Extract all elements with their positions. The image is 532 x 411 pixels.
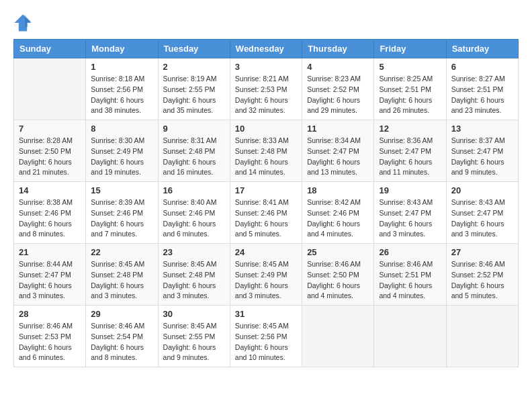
calendar-cell: 17Sunrise: 8:41 AMSunset: 2:46 PMDayligh… <box>230 182 302 244</box>
calendar-cell: 26Sunrise: 8:46 AMSunset: 2:51 PMDayligh… <box>374 244 446 306</box>
calendar-cell: 5Sunrise: 8:25 AMSunset: 2:51 PMDaylight… <box>374 58 446 120</box>
calendar-cell: 19Sunrise: 8:43 AMSunset: 2:47 PMDayligh… <box>374 182 446 244</box>
day-info: Sunrise: 8:45 AMSunset: 2:55 PMDaylight:… <box>163 321 225 363</box>
day-number: 13 <box>451 124 513 134</box>
calendar-cell: 7Sunrise: 8:28 AMSunset: 2:50 PMDaylight… <box>14 120 86 182</box>
week-row-1: 1Sunrise: 8:18 AMSunset: 2:56 PMDaylight… <box>14 58 519 120</box>
day-info: Sunrise: 8:46 AMSunset: 2:51 PMDaylight:… <box>379 259 441 302</box>
svg-marker-0 <box>15 15 32 32</box>
day-info: Sunrise: 8:27 AMSunset: 2:51 PMDaylight:… <box>451 74 513 116</box>
day-info: Sunrise: 8:33 AMSunset: 2:48 PMDaylight:… <box>235 136 297 178</box>
day-number: 25 <box>307 247 369 257</box>
day-number: 28 <box>19 309 81 319</box>
page-header <box>13 13 519 32</box>
calendar-cell: 11Sunrise: 8:34 AMSunset: 2:47 PMDayligh… <box>302 120 374 182</box>
calendar-cell: 8Sunrise: 8:30 AMSunset: 2:49 PMDaylight… <box>86 120 158 182</box>
calendar-cell <box>302 306 374 367</box>
logo <box>13 13 35 32</box>
calendar-cell: 23Sunrise: 8:45 AMSunset: 2:48 PMDayligh… <box>158 244 230 306</box>
calendar-cell: 21Sunrise: 8:44 AMSunset: 2:47 PMDayligh… <box>14 244 86 306</box>
day-header-sunday: Sunday <box>14 40 86 58</box>
day-info: Sunrise: 8:23 AMSunset: 2:52 PMDaylight:… <box>307 74 369 116</box>
day-info: Sunrise: 8:37 AMSunset: 2:47 PMDaylight:… <box>451 136 513 178</box>
day-number: 8 <box>91 124 152 134</box>
day-number: 12 <box>379 124 441 134</box>
day-info: Sunrise: 8:44 AMSunset: 2:47 PMDaylight:… <box>19 259 81 302</box>
day-info: Sunrise: 8:45 AMSunset: 2:56 PMDaylight:… <box>235 321 297 363</box>
day-number: 20 <box>451 185 513 195</box>
day-info: Sunrise: 8:43 AMSunset: 2:47 PMDaylight:… <box>451 197 513 240</box>
day-number: 26 <box>379 247 441 257</box>
day-info: Sunrise: 8:36 AMSunset: 2:47 PMDaylight:… <box>379 136 441 178</box>
calendar-cell: 15Sunrise: 8:39 AMSunset: 2:46 PMDayligh… <box>86 182 158 244</box>
day-header-monday: Monday <box>86 40 158 58</box>
calendar-cell <box>374 306 446 367</box>
calendar-cell: 25Sunrise: 8:46 AMSunset: 2:50 PMDayligh… <box>302 244 374 306</box>
day-info: Sunrise: 8:21 AMSunset: 2:53 PMDaylight:… <box>235 74 297 116</box>
day-number: 3 <box>235 62 297 72</box>
day-info: Sunrise: 8:46 AMSunset: 2:53 PMDaylight:… <box>19 321 81 363</box>
day-info: Sunrise: 8:38 AMSunset: 2:46 PMDaylight:… <box>19 197 81 240</box>
day-number: 27 <box>451 247 513 257</box>
calendar-cell: 24Sunrise: 8:45 AMSunset: 2:49 PMDayligh… <box>230 244 302 306</box>
day-number: 21 <box>19 247 81 257</box>
day-info: Sunrise: 8:39 AMSunset: 2:46 PMDaylight:… <box>91 197 152 240</box>
day-number: 15 <box>91 185 152 195</box>
calendar-cell: 6Sunrise: 8:27 AMSunset: 2:51 PMDaylight… <box>446 58 518 120</box>
calendar-cell <box>14 58 86 120</box>
day-number: 11 <box>307 124 369 134</box>
calendar-cell: 10Sunrise: 8:33 AMSunset: 2:48 PMDayligh… <box>230 120 302 182</box>
calendar-cell: 20Sunrise: 8:43 AMSunset: 2:47 PMDayligh… <box>446 182 518 244</box>
calendar-cell: 9Sunrise: 8:31 AMSunset: 2:48 PMDaylight… <box>158 120 230 182</box>
day-header-saturday: Saturday <box>446 40 518 58</box>
svg-marker-1 <box>24 15 32 28</box>
day-header-wednesday: Wednesday <box>230 40 302 58</box>
day-info: Sunrise: 8:18 AMSunset: 2:56 PMDaylight:… <box>91 74 152 116</box>
day-info: Sunrise: 8:41 AMSunset: 2:46 PMDaylight:… <box>235 197 297 240</box>
day-number: 14 <box>19 185 81 195</box>
calendar-cell: 27Sunrise: 8:46 AMSunset: 2:52 PMDayligh… <box>446 244 518 306</box>
logo-icon <box>13 13 32 32</box>
day-info: Sunrise: 8:42 AMSunset: 2:46 PMDaylight:… <box>307 197 369 240</box>
day-info: Sunrise: 8:31 AMSunset: 2:48 PMDaylight:… <box>163 136 225 178</box>
day-number: 22 <box>91 247 152 257</box>
calendar-cell: 16Sunrise: 8:40 AMSunset: 2:46 PMDayligh… <box>158 182 230 244</box>
day-header-tuesday: Tuesday <box>158 40 230 58</box>
calendar-cell <box>446 306 518 367</box>
calendar-cell: 31Sunrise: 8:45 AMSunset: 2:56 PMDayligh… <box>230 306 302 367</box>
calendar-table: SundayMondayTuesdayWednesdayThursdayFrid… <box>13 39 519 367</box>
week-row-5: 28Sunrise: 8:46 AMSunset: 2:53 PMDayligh… <box>14 306 519 367</box>
day-header-friday: Friday <box>374 40 446 58</box>
day-number: 30 <box>163 309 225 319</box>
day-info: Sunrise: 8:25 AMSunset: 2:51 PMDaylight:… <box>379 74 441 116</box>
day-number: 10 <box>235 124 297 134</box>
day-number: 24 <box>235 247 297 257</box>
week-row-3: 14Sunrise: 8:38 AMSunset: 2:46 PMDayligh… <box>14 182 519 244</box>
calendar-cell: 28Sunrise: 8:46 AMSunset: 2:53 PMDayligh… <box>14 306 86 367</box>
day-header-thursday: Thursday <box>302 40 374 58</box>
day-number: 31 <box>235 309 297 319</box>
day-info: Sunrise: 8:30 AMSunset: 2:49 PMDaylight:… <box>91 136 152 178</box>
day-number: 19 <box>379 185 441 195</box>
day-info: Sunrise: 8:43 AMSunset: 2:47 PMDaylight:… <box>379 197 441 240</box>
calendar-cell: 4Sunrise: 8:23 AMSunset: 2:52 PMDaylight… <box>302 58 374 120</box>
calendar-cell: 12Sunrise: 8:36 AMSunset: 2:47 PMDayligh… <box>374 120 446 182</box>
week-row-4: 21Sunrise: 8:44 AMSunset: 2:47 PMDayligh… <box>14 244 519 306</box>
calendar-cell: 3Sunrise: 8:21 AMSunset: 2:53 PMDaylight… <box>230 58 302 120</box>
day-info: Sunrise: 8:45 AMSunset: 2:48 PMDaylight:… <box>163 259 225 302</box>
calendar-header-row: SundayMondayTuesdayWednesdayThursdayFrid… <box>14 40 519 58</box>
day-number: 2 <box>163 62 225 72</box>
calendar-cell: 29Sunrise: 8:46 AMSunset: 2:54 PMDayligh… <box>86 306 158 367</box>
day-info: Sunrise: 8:34 AMSunset: 2:47 PMDaylight:… <box>307 136 369 178</box>
day-number: 6 <box>451 62 513 72</box>
week-row-2: 7Sunrise: 8:28 AMSunset: 2:50 PMDaylight… <box>14 120 519 182</box>
day-info: Sunrise: 8:46 AMSunset: 2:52 PMDaylight:… <box>451 259 513 302</box>
day-number: 29 <box>91 309 152 319</box>
day-number: 4 <box>307 62 369 72</box>
day-info: Sunrise: 8:19 AMSunset: 2:55 PMDaylight:… <box>163 74 225 116</box>
calendar-cell: 2Sunrise: 8:19 AMSunset: 2:55 PMDaylight… <box>158 58 230 120</box>
day-number: 1 <box>91 62 152 72</box>
calendar-cell: 13Sunrise: 8:37 AMSunset: 2:47 PMDayligh… <box>446 120 518 182</box>
day-number: 16 <box>163 185 225 195</box>
calendar-cell: 1Sunrise: 8:18 AMSunset: 2:56 PMDaylight… <box>86 58 158 120</box>
